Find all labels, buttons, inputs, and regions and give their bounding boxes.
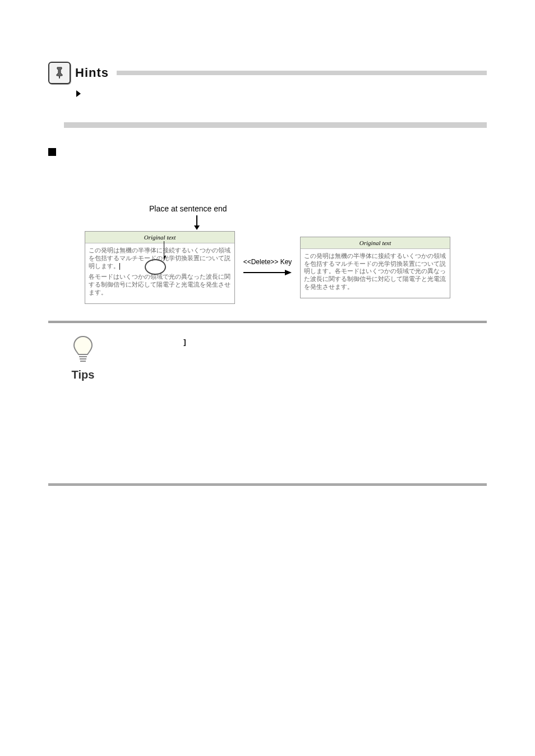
figure-right-panel: Original text この発明は無機の半導体に接続するいくつかの領域を包括… (300, 237, 450, 298)
tips-body-text: Sentence combination is useful for a sen… (108, 347, 487, 468)
lightbulb-icon (71, 334, 95, 367)
hints-rule (117, 71, 487, 75)
panel-text: この発明は無機の半導体に接続するいくつかの領域を包括するマルチモードの光学切換装… (304, 252, 446, 291)
panel-header: Original text (85, 232, 234, 243)
tips-label: Tips (72, 368, 95, 381)
tips-title: Translation Process (112, 338, 182, 346)
arrow-down-icon (193, 215, 201, 231)
svg-marker-3 (164, 256, 166, 260)
svg-marker-1 (194, 225, 200, 230)
hints-footer-rule (64, 122, 487, 128)
figure-caption: Place at sentence end (149, 204, 227, 213)
panel-text: 各モードはいくつかの領域で光の異なった波長に関する制御信号に対応して陽電子と光電… (89, 273, 231, 296)
arrow-indicator-icon (164, 241, 175, 261)
section-title: Combining Sentences (63, 147, 358, 156)
svg-marker-5 (285, 270, 292, 275)
delete-key-label: <<Delete>> Key (237, 258, 298, 277)
figure-left-panel: Original text この発明は無機の半導体に接続するいくつかの領域を包括… (85, 231, 235, 304)
section-paragraph: Place the cursor at the appropriate posi… (63, 159, 358, 181)
arrow-right-icon (242, 268, 293, 277)
horizontal-rule (48, 321, 487, 323)
hints-item-text: If there are several single-line transla… (85, 89, 333, 109)
panel-text: この発明は無機の半導体に接続するいくつかの領域を包括するマルチモードの光学切換装… (89, 247, 231, 270)
square-bullet-icon (48, 148, 56, 156)
pushpin-icon (48, 62, 71, 84)
panel-header: Original text (301, 237, 450, 249)
triangle-bullet-icon (76, 90, 81, 97)
hints-title: Hints (75, 66, 109, 80)
horizontal-rule (48, 483, 487, 486)
